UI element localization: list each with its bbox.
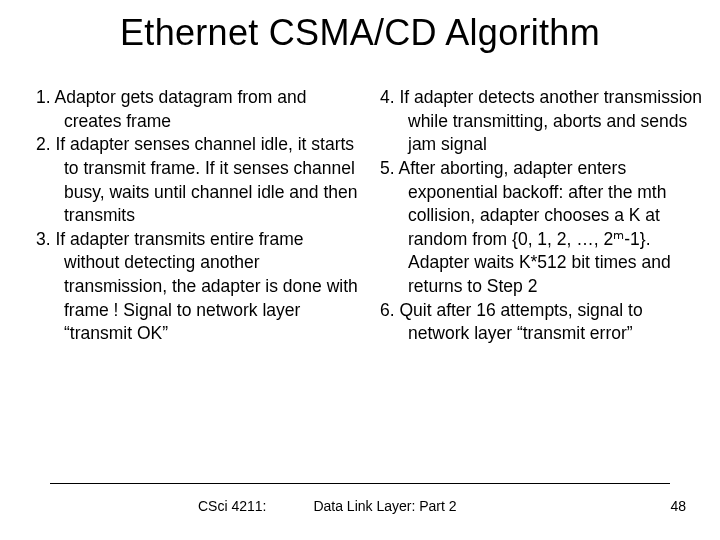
right-column: 4. If adapter detects another transmissi…	[362, 86, 702, 346]
step-6: 6. Quit after 16 attempts, signal to net…	[362, 299, 702, 346]
step-3: 3. If adapter transmits entire frame wit…	[18, 228, 358, 346]
footer-topic: Data Link Layer: Part 2	[50, 498, 720, 514]
step-5: 5. After aborting, adapter enters expone…	[362, 157, 702, 299]
content-columns: 1. Adaptor gets datagram from and create…	[18, 86, 702, 346]
slide-title: Ethernet CSMA/CD Algorithm	[0, 12, 720, 54]
footer-page-number: 48	[670, 498, 686, 514]
footer: CSci 4211: Data Link Layer: Part 2 48	[0, 496, 720, 520]
step-1: 1. Adaptor gets datagram from and create…	[18, 86, 358, 133]
step-4: 4. If adapter detects another transmissi…	[362, 86, 702, 157]
step-2: 2. If adapter senses channel idle, it st…	[18, 133, 358, 228]
left-column: 1. Adaptor gets datagram from and create…	[18, 86, 358, 346]
slide: Ethernet CSMA/CD Algorithm 1. Adaptor ge…	[0, 0, 720, 540]
footer-divider	[50, 483, 670, 484]
